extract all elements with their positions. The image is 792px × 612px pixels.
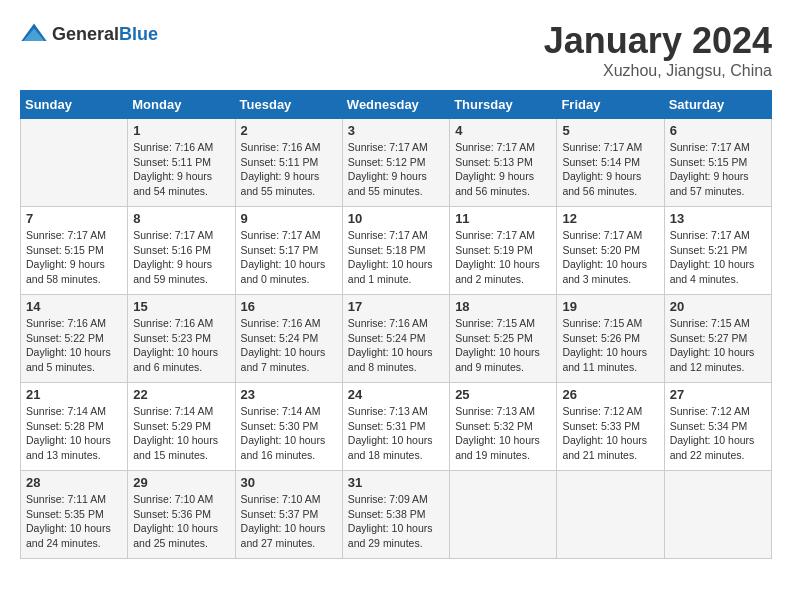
day-cell: 30Sunrise: 7:10 AM Sunset: 5:37 PM Dayli… (235, 471, 342, 559)
day-number: 14 (26, 299, 122, 314)
day-info: Sunrise: 7:16 AM Sunset: 5:24 PM Dayligh… (348, 316, 444, 375)
day-info: Sunrise: 7:17 AM Sunset: 5:14 PM Dayligh… (562, 140, 658, 199)
day-number: 20 (670, 299, 766, 314)
day-cell: 16Sunrise: 7:16 AM Sunset: 5:24 PM Dayli… (235, 295, 342, 383)
logo-general: General (52, 24, 119, 44)
day-cell: 26Sunrise: 7:12 AM Sunset: 5:33 PM Dayli… (557, 383, 664, 471)
header-cell-sunday: Sunday (21, 91, 128, 119)
day-info: Sunrise: 7:16 AM Sunset: 5:24 PM Dayligh… (241, 316, 337, 375)
day-info: Sunrise: 7:17 AM Sunset: 5:13 PM Dayligh… (455, 140, 551, 199)
day-number: 1 (133, 123, 229, 138)
day-info: Sunrise: 7:13 AM Sunset: 5:32 PM Dayligh… (455, 404, 551, 463)
day-number: 7 (26, 211, 122, 226)
day-info: Sunrise: 7:17 AM Sunset: 5:15 PM Dayligh… (670, 140, 766, 199)
day-cell: 18Sunrise: 7:15 AM Sunset: 5:25 PM Dayli… (450, 295, 557, 383)
day-info: Sunrise: 7:16 AM Sunset: 5:11 PM Dayligh… (133, 140, 229, 199)
day-cell (557, 471, 664, 559)
day-cell: 19Sunrise: 7:15 AM Sunset: 5:26 PM Dayli… (557, 295, 664, 383)
title-block: January 2024 Xuzhou, Jiangsu, China (544, 20, 772, 80)
header-cell-saturday: Saturday (664, 91, 771, 119)
day-cell: 7Sunrise: 7:17 AM Sunset: 5:15 PM Daylig… (21, 207, 128, 295)
day-cell: 9Sunrise: 7:17 AM Sunset: 5:17 PM Daylig… (235, 207, 342, 295)
logo: GeneralBlue (20, 20, 158, 48)
day-cell: 3Sunrise: 7:17 AM Sunset: 5:12 PM Daylig… (342, 119, 449, 207)
day-info: Sunrise: 7:17 AM Sunset: 5:17 PM Dayligh… (241, 228, 337, 287)
day-cell: 23Sunrise: 7:14 AM Sunset: 5:30 PM Dayli… (235, 383, 342, 471)
week-row-3: 21Sunrise: 7:14 AM Sunset: 5:28 PM Dayli… (21, 383, 772, 471)
header-cell-monday: Monday (128, 91, 235, 119)
page-header: GeneralBlue January 2024 Xuzhou, Jiangsu… (20, 20, 772, 80)
day-info: Sunrise: 7:14 AM Sunset: 5:30 PM Dayligh… (241, 404, 337, 463)
day-info: Sunrise: 7:10 AM Sunset: 5:37 PM Dayligh… (241, 492, 337, 551)
day-number: 24 (348, 387, 444, 402)
calendar-body: 1Sunrise: 7:16 AM Sunset: 5:11 PM Daylig… (21, 119, 772, 559)
day-info: Sunrise: 7:17 AM Sunset: 5:15 PM Dayligh… (26, 228, 122, 287)
day-info: Sunrise: 7:17 AM Sunset: 5:16 PM Dayligh… (133, 228, 229, 287)
day-info: Sunrise: 7:09 AM Sunset: 5:38 PM Dayligh… (348, 492, 444, 551)
day-cell: 1Sunrise: 7:16 AM Sunset: 5:11 PM Daylig… (128, 119, 235, 207)
day-info: Sunrise: 7:13 AM Sunset: 5:31 PM Dayligh… (348, 404, 444, 463)
day-number: 9 (241, 211, 337, 226)
day-cell: 4Sunrise: 7:17 AM Sunset: 5:13 PM Daylig… (450, 119, 557, 207)
day-number: 3 (348, 123, 444, 138)
day-cell: 6Sunrise: 7:17 AM Sunset: 5:15 PM Daylig… (664, 119, 771, 207)
day-cell: 22Sunrise: 7:14 AM Sunset: 5:29 PM Dayli… (128, 383, 235, 471)
header-cell-thursday: Thursday (450, 91, 557, 119)
day-cell: 2Sunrise: 7:16 AM Sunset: 5:11 PM Daylig… (235, 119, 342, 207)
day-number: 13 (670, 211, 766, 226)
day-number: 4 (455, 123, 551, 138)
day-number: 19 (562, 299, 658, 314)
day-info: Sunrise: 7:14 AM Sunset: 5:28 PM Dayligh… (26, 404, 122, 463)
week-row-0: 1Sunrise: 7:16 AM Sunset: 5:11 PM Daylig… (21, 119, 772, 207)
day-number: 15 (133, 299, 229, 314)
header-cell-wednesday: Wednesday (342, 91, 449, 119)
day-number: 27 (670, 387, 766, 402)
day-cell: 29Sunrise: 7:10 AM Sunset: 5:36 PM Dayli… (128, 471, 235, 559)
header-cell-tuesday: Tuesday (235, 91, 342, 119)
day-number: 6 (670, 123, 766, 138)
day-number: 5 (562, 123, 658, 138)
day-info: Sunrise: 7:17 AM Sunset: 5:20 PM Dayligh… (562, 228, 658, 287)
day-number: 11 (455, 211, 551, 226)
day-cell: 28Sunrise: 7:11 AM Sunset: 5:35 PM Dayli… (21, 471, 128, 559)
day-cell: 10Sunrise: 7:17 AM Sunset: 5:18 PM Dayli… (342, 207, 449, 295)
day-cell: 31Sunrise: 7:09 AM Sunset: 5:38 PM Dayli… (342, 471, 449, 559)
calendar-header: SundayMondayTuesdayWednesdayThursdayFrid… (21, 91, 772, 119)
day-cell: 25Sunrise: 7:13 AM Sunset: 5:32 PM Dayli… (450, 383, 557, 471)
day-info: Sunrise: 7:15 AM Sunset: 5:25 PM Dayligh… (455, 316, 551, 375)
day-number: 29 (133, 475, 229, 490)
day-cell (664, 471, 771, 559)
day-number: 12 (562, 211, 658, 226)
day-number: 26 (562, 387, 658, 402)
day-number: 22 (133, 387, 229, 402)
day-info: Sunrise: 7:14 AM Sunset: 5:29 PM Dayligh… (133, 404, 229, 463)
day-cell (450, 471, 557, 559)
location: Xuzhou, Jiangsu, China (544, 62, 772, 80)
day-number: 10 (348, 211, 444, 226)
day-number: 25 (455, 387, 551, 402)
day-cell: 15Sunrise: 7:16 AM Sunset: 5:23 PM Dayli… (128, 295, 235, 383)
day-info: Sunrise: 7:12 AM Sunset: 5:33 PM Dayligh… (562, 404, 658, 463)
day-number: 30 (241, 475, 337, 490)
month-title: January 2024 (544, 20, 772, 62)
day-cell: 13Sunrise: 7:17 AM Sunset: 5:21 PM Dayli… (664, 207, 771, 295)
day-cell: 24Sunrise: 7:13 AM Sunset: 5:31 PM Dayli… (342, 383, 449, 471)
day-number: 23 (241, 387, 337, 402)
day-info: Sunrise: 7:17 AM Sunset: 5:18 PM Dayligh… (348, 228, 444, 287)
day-cell: 21Sunrise: 7:14 AM Sunset: 5:28 PM Dayli… (21, 383, 128, 471)
day-cell: 17Sunrise: 7:16 AM Sunset: 5:24 PM Dayli… (342, 295, 449, 383)
header-cell-friday: Friday (557, 91, 664, 119)
day-cell: 5Sunrise: 7:17 AM Sunset: 5:14 PM Daylig… (557, 119, 664, 207)
day-info: Sunrise: 7:15 AM Sunset: 5:26 PM Dayligh… (562, 316, 658, 375)
day-number: 31 (348, 475, 444, 490)
day-cell: 12Sunrise: 7:17 AM Sunset: 5:20 PM Dayli… (557, 207, 664, 295)
day-cell: 14Sunrise: 7:16 AM Sunset: 5:22 PM Dayli… (21, 295, 128, 383)
day-info: Sunrise: 7:17 AM Sunset: 5:19 PM Dayligh… (455, 228, 551, 287)
day-info: Sunrise: 7:16 AM Sunset: 5:23 PM Dayligh… (133, 316, 229, 375)
header-row: SundayMondayTuesdayWednesdayThursdayFrid… (21, 91, 772, 119)
day-info: Sunrise: 7:15 AM Sunset: 5:27 PM Dayligh… (670, 316, 766, 375)
day-number: 28 (26, 475, 122, 490)
day-number: 16 (241, 299, 337, 314)
day-info: Sunrise: 7:16 AM Sunset: 5:22 PM Dayligh… (26, 316, 122, 375)
logo-blue: Blue (119, 24, 158, 44)
